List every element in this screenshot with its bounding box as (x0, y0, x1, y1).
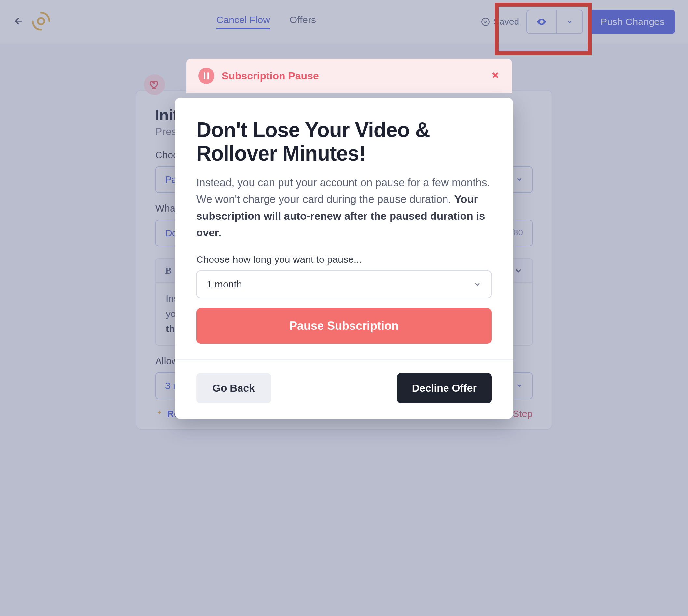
pause-duration-value: 1 month (207, 279, 242, 290)
modal-banner: Subscription Pause (186, 59, 512, 93)
modal-footer: Go Back Decline Offer (175, 359, 513, 419)
close-icon (490, 70, 500, 80)
go-back-button[interactable]: Go Back (196, 373, 271, 403)
modal-body: Instead, you can put your account on pau… (196, 174, 492, 241)
modal-overlay: Subscription Pause Don't Lose Your Video… (0, 0, 688, 616)
pause-duration-select[interactable]: 1 month (196, 270, 492, 298)
banner-close-button[interactable] (490, 70, 500, 81)
chevron-down-icon (474, 280, 481, 288)
modal-body-plain: Instead, you can put your account on pau… (196, 176, 490, 205)
modal-stack: Subscription Pause Don't Lose Your Video… (175, 98, 513, 616)
modal-heading: Don't Lose Your Video & Rollover Minutes… (196, 118, 492, 165)
decline-offer-button[interactable]: Decline Offer (397, 373, 492, 403)
offer-modal: Don't Lose Your Video & Rollover Minutes… (175, 98, 513, 419)
pause-subscription-button[interactable]: Pause Subscription (196, 308, 492, 344)
pause-duration-label: Choose how long you want to pause... (196, 254, 492, 265)
banner-title: Subscription Pause (222, 70, 319, 82)
pause-icon (198, 68, 214, 84)
